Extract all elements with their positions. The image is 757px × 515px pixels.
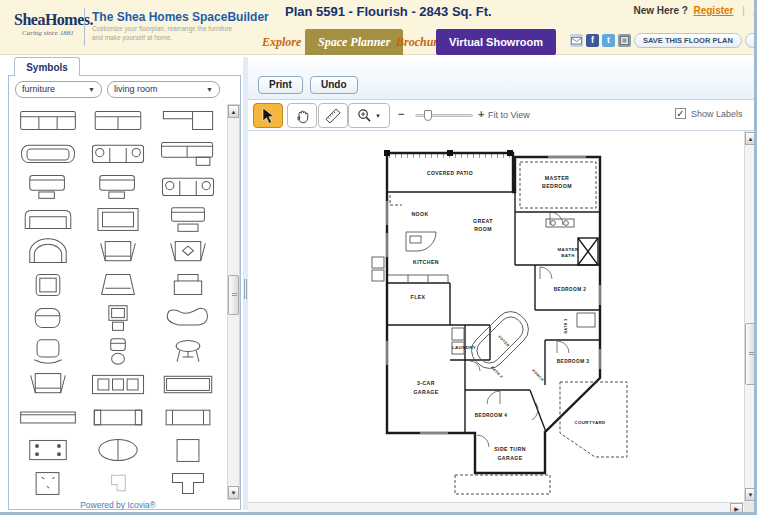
floorplan-labels: COVERED PATIOMASTERBEDROOMNOOKGREATROOMK… <box>411 170 606 461</box>
symbol-long-table[interactable] <box>153 368 223 401</box>
facebook-icon[interactable]: f <box>586 34 599 47</box>
symbol-cube-chair-ottoman[interactable] <box>83 302 153 335</box>
symbol-pillow-sofa[interactable] <box>83 137 153 170</box>
powered-by-icovia: Powered by Icovia® <box>9 500 227 510</box>
sidebar-scroll-thumb[interactable] <box>228 275 239 315</box>
zoom-tool[interactable]: ▼ <box>348 103 390 128</box>
app-subtitle: Customize your floorplan, rearrange the … <box>92 25 242 43</box>
symbol-small-rug[interactable] <box>13 467 83 500</box>
symbol-armchair-2[interactable] <box>13 368 83 401</box>
zoom-in-button[interactable]: + <box>478 108 484 120</box>
zoom-slider-thumb[interactable] <box>424 110 432 121</box>
symbol-sofa-3-seat[interactable] <box>13 104 83 137</box>
zoom-dropdown-caret[interactable]: ▼ <box>375 113 381 119</box>
select-tool[interactable] <box>253 103 283 128</box>
symbols-panel: furniture ▼ living room ▼ ▲ ▼ Powered by… <box>8 75 241 510</box>
symbol-sectional-sofa[interactable] <box>153 104 223 137</box>
logo-tagline: Caring since 1881 <box>22 29 74 37</box>
show-labels-toggle[interactable]: ✓ Show Labels <box>675 108 743 119</box>
symbol-curved-back-sofa[interactable] <box>13 203 83 236</box>
symbol-arch-chair[interactable] <box>13 236 83 269</box>
room-label: PORCH <box>531 369 544 382</box>
room-label: NOOK <box>411 211 428 217</box>
room-label: SIDE TURN <box>494 446 526 452</box>
symbol-oval-table[interactable] <box>83 434 153 467</box>
room-label: BATH 2 <box>490 366 504 380</box>
tool-bar: ▼ − + Fit to View ✓ Show Labels <box>248 100 757 131</box>
print-button[interactable]: Print <box>258 76 303 94</box>
floorplan-drawing: COVERED PATIOMASTERBEDROOMNOOKGREATROOMK… <box>350 135 695 497</box>
register-link[interactable]: Register <box>693 5 733 16</box>
measure-tool[interactable] <box>318 103 348 128</box>
sidebar-tab-symbols[interactable]: Symbols <box>14 57 80 76</box>
room-label: GARAGE <box>497 455 522 461</box>
symbol-console-table[interactable] <box>83 401 153 434</box>
account-links: New Here ? Register | Sign In <box>633 5 757 16</box>
email-icon[interactable] <box>570 34 583 47</box>
symbol-grid <box>13 104 223 500</box>
symbol-sofa-with-chaise[interactable] <box>153 137 223 170</box>
symbol-stool-with-legs[interactable] <box>153 335 223 368</box>
tab-virtual-showroom[interactable]: Virtual Showroom <box>436 29 556 55</box>
symbol-loveseat-with-ottoman[interactable] <box>13 170 83 203</box>
room-label: COURTYARD <box>574 420 605 425</box>
symbol-wing-chair[interactable] <box>83 269 153 302</box>
plan-title: Plan 5591 - Flourish - 2843 Sq. Ft. <box>285 4 492 19</box>
symbol-square-table[interactable] <box>153 434 223 467</box>
room-type-dropdown[interactable]: living room ▼ <box>107 81 220 98</box>
symbol-thin-bench[interactable] <box>13 401 83 434</box>
room-label: 3-CAR <box>417 380 435 386</box>
save-floor-plan-button[interactable]: SAVE THIS FLOOR PLAN <box>634 33 742 48</box>
room-label: LAUNDRY <box>452 345 476 350</box>
category-value: furniture <box>22 84 55 94</box>
symbol-boxy-sofa[interactable] <box>83 203 153 236</box>
symbol-sofa-2-seat[interactable] <box>83 104 153 137</box>
cursor-arrow-icon <box>260 107 276 125</box>
show-labels-checkbox[interactable]: ✓ <box>675 108 686 119</box>
symbol-armchair[interactable] <box>83 236 153 269</box>
room-label: MASTER <box>545 175 569 181</box>
zoom-slider[interactable] <box>415 114 473 117</box>
magnifier-icon <box>357 108 372 123</box>
symbol-sofa-with-pillows-table[interactable] <box>153 170 223 203</box>
symbol-media-console[interactable] <box>83 368 153 401</box>
new-here-label: New Here ? <box>633 5 687 16</box>
symbol-swivel-chair[interactable] <box>13 335 83 368</box>
chevron-down-icon: ▼ <box>206 82 213 97</box>
symbol-loveseat-with-footrest[interactable] <box>83 170 153 203</box>
sidebar-scrollbar[interactable]: ▲ ▼ <box>227 104 240 500</box>
symbol-armchair-with-pillow[interactable] <box>153 236 223 269</box>
hand-icon <box>294 107 311 124</box>
symbol-t-shaped-ottoman[interactable] <box>153 467 223 500</box>
symbol-rolled-arm-sofa[interactable] <box>13 137 83 170</box>
symbol-chair-with-small-ottoman[interactable] <box>83 335 153 368</box>
fit-to-view-button[interactable]: Fit to View <box>488 110 530 120</box>
room-label: BATH 3 <box>564 318 568 333</box>
room-label: GARAGE <box>413 389 438 395</box>
show-labels-label: Show Labels <box>691 109 743 119</box>
twitter-icon[interactable]: t <box>602 34 615 47</box>
symbol-club-chair[interactable] <box>13 269 83 302</box>
symbol-slipper-chair[interactable] <box>153 269 223 302</box>
symbol-barrel-chair[interactable] <box>13 302 83 335</box>
symbol-loveseat-ottoman-below[interactable] <box>153 203 223 236</box>
symbol-panel-table[interactable] <box>153 401 223 434</box>
room-label: BEDROOM <box>542 183 572 189</box>
floorplan-canvas[interactable]: COVERED PATIOMASTERBEDROOMNOOKGREATROOMK… <box>248 131 744 502</box>
symbol-table-with-legs[interactable] <box>13 434 83 467</box>
category-dropdown[interactable]: furniture ▼ <box>15 81 102 98</box>
share-icon[interactable] <box>618 34 631 47</box>
room-label: COVERED PATIO <box>427 170 473 176</box>
print-undo-bar: Print Undo <box>248 57 757 100</box>
scroll-up-icon[interactable]: ▲ <box>228 105 239 118</box>
symbol-s-curve-chaise[interactable] <box>153 302 223 335</box>
pan-tool[interactable] <box>287 103 317 128</box>
undo-button[interactable]: Undo <box>310 76 358 94</box>
scroll-down-icon[interactable]: ▼ <box>228 486 239 499</box>
room-label: BATH <box>561 253 574 258</box>
symbol-corner-piece[interactable] <box>83 467 153 500</box>
room-type-value: living room <box>114 84 158 94</box>
shea-homes-logo: SheaHomes. <box>14 11 93 29</box>
room-label: GREAT <box>473 218 493 224</box>
zoom-out-button[interactable]: − <box>398 108 404 120</box>
